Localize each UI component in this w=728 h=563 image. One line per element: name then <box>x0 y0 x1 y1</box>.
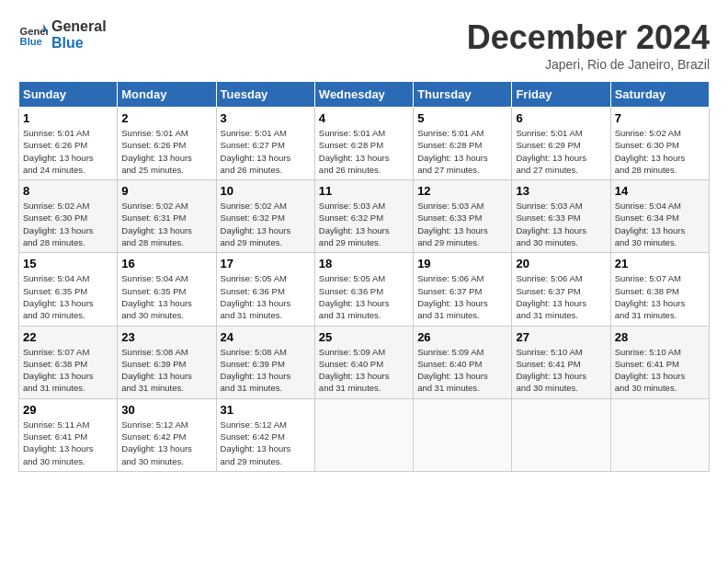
day-number: 6 <box>516 111 606 125</box>
calendar-cell: 21Sunrise: 5:07 AMSunset: 6:38 PMDayligh… <box>610 253 709 326</box>
day-info: Sunrise: 5:10 AMSunset: 6:41 PMDaylight:… <box>516 346 606 395</box>
day-number: 8 <box>23 184 113 198</box>
day-number: 28 <box>615 330 705 344</box>
day-info: Sunrise: 5:01 AMSunset: 6:26 PMDaylight:… <box>121 127 211 176</box>
day-info: Sunrise: 5:06 AMSunset: 6:37 PMDaylight:… <box>417 272 507 321</box>
day-number: 19 <box>417 257 507 270</box>
calendar-cell: 25Sunrise: 5:09 AMSunset: 6:40 PMDayligh… <box>314 326 413 398</box>
day-number: 1 <box>23 111 113 125</box>
day-number: 14 <box>615 184 705 198</box>
calendar-cell <box>610 398 709 471</box>
calendar-cell: 3Sunrise: 5:01 AMSunset: 6:27 PMDaylight… <box>216 108 314 180</box>
calendar-cell: 12Sunrise: 5:03 AMSunset: 6:33 PMDayligh… <box>414 180 512 253</box>
day-info: Sunrise: 5:06 AMSunset: 6:37 PMDaylight:… <box>516 272 606 321</box>
day-number: 18 <box>319 257 409 270</box>
calendar-week-3: 15Sunrise: 5:04 AMSunset: 6:35 PMDayligh… <box>19 253 710 326</box>
calendar-cell <box>512 398 610 471</box>
day-number: 23 <box>121 330 211 344</box>
day-info: Sunrise: 5:08 AMSunset: 6:39 PMDaylight:… <box>121 346 211 395</box>
day-number: 7 <box>615 111 705 125</box>
day-number: 12 <box>417 184 507 198</box>
day-info: Sunrise: 5:04 AMSunset: 6:35 PMDaylight:… <box>23 272 113 321</box>
day-number: 27 <box>516 330 606 344</box>
day-info: Sunrise: 5:03 AMSunset: 6:33 PMDaylight:… <box>516 200 606 248</box>
day-number: 22 <box>23 330 113 344</box>
day-info: Sunrise: 5:08 AMSunset: 6:39 PMDaylight:… <box>221 346 311 395</box>
day-info: Sunrise: 5:02 AMSunset: 6:30 PMDaylight:… <box>23 200 113 248</box>
day-info: Sunrise: 5:07 AMSunset: 6:38 PMDaylight:… <box>23 346 113 395</box>
calendar-cell: 14Sunrise: 5:04 AMSunset: 6:34 PMDayligh… <box>610 180 709 253</box>
day-number: 17 <box>221 257 311 270</box>
calendar-cell: 28Sunrise: 5:10 AMSunset: 6:41 PMDayligh… <box>610 326 709 398</box>
location-subtitle: Japeri, Rio de Janeiro, Brazil <box>467 57 710 72</box>
day-info: Sunrise: 5:01 AMSunset: 6:29 PMDaylight:… <box>516 127 606 176</box>
calendar-table: SundayMondayTuesdayWednesdayThursdayFrid… <box>18 81 710 472</box>
day-number: 4 <box>319 111 409 125</box>
calendar-cell: 7Sunrise: 5:02 AMSunset: 6:30 PMDaylight… <box>610 108 709 180</box>
day-number: 30 <box>121 403 211 417</box>
calendar-cell: 23Sunrise: 5:08 AMSunset: 6:39 PMDayligh… <box>118 326 216 398</box>
calendar-cell: 2Sunrise: 5:01 AMSunset: 6:26 PMDaylight… <box>118 108 216 180</box>
logo-blue: Blue <box>51 35 107 52</box>
calendar-week-4: 22Sunrise: 5:07 AMSunset: 6:38 PMDayligh… <box>19 326 710 398</box>
day-info: Sunrise: 5:04 AMSunset: 6:35 PMDaylight:… <box>121 272 211 321</box>
day-number: 15 <box>23 257 113 270</box>
day-number: 10 <box>221 184 311 198</box>
day-info: Sunrise: 5:05 AMSunset: 6:36 PMDaylight:… <box>319 272 409 321</box>
day-info: Sunrise: 5:01 AMSunset: 6:26 PMDaylight:… <box>23 127 113 176</box>
day-info: Sunrise: 5:10 AMSunset: 6:41 PMDaylight:… <box>615 346 705 395</box>
calendar-week-1: 1Sunrise: 5:01 AMSunset: 6:26 PMDaylight… <box>19 108 710 180</box>
calendar-cell: 4Sunrise: 5:01 AMSunset: 6:28 PMDaylight… <box>314 108 413 180</box>
calendar-cell: 19Sunrise: 5:06 AMSunset: 6:37 PMDayligh… <box>414 253 512 326</box>
calendar-cell: 29Sunrise: 5:11 AMSunset: 6:41 PMDayligh… <box>19 398 118 471</box>
col-header-friday: Friday <box>512 82 610 108</box>
calendar-cell: 26Sunrise: 5:09 AMSunset: 6:40 PMDayligh… <box>414 326 512 398</box>
day-number: 20 <box>516 257 606 270</box>
day-info: Sunrise: 5:05 AMSunset: 6:36 PMDaylight:… <box>221 272 311 321</box>
day-info: Sunrise: 5:12 AMSunset: 6:42 PMDaylight:… <box>221 419 311 467</box>
calendar-cell: 13Sunrise: 5:03 AMSunset: 6:33 PMDayligh… <box>512 180 610 253</box>
day-number: 31 <box>221 403 311 417</box>
day-number: 2 <box>121 111 211 125</box>
calendar-cell: 30Sunrise: 5:12 AMSunset: 6:42 PMDayligh… <box>118 398 216 471</box>
calendar-cell: 27Sunrise: 5:10 AMSunset: 6:41 PMDayligh… <box>512 326 610 398</box>
day-number: 16 <box>121 257 211 270</box>
day-number: 29 <box>23 403 113 417</box>
calendar-cell: 17Sunrise: 5:05 AMSunset: 6:36 PMDayligh… <box>216 253 314 326</box>
day-number: 25 <box>319 330 409 344</box>
day-info: Sunrise: 5:02 AMSunset: 6:31 PMDaylight:… <box>121 200 211 248</box>
calendar-cell: 16Sunrise: 5:04 AMSunset: 6:35 PMDayligh… <box>118 253 216 326</box>
day-info: Sunrise: 5:11 AMSunset: 6:41 PMDaylight:… <box>23 419 113 467</box>
month-title: December 2024 <box>467 18 710 57</box>
day-info: Sunrise: 5:07 AMSunset: 6:38 PMDaylight:… <box>615 272 705 321</box>
calendar-week-2: 8Sunrise: 5:02 AMSunset: 6:30 PMDaylight… <box>19 180 710 253</box>
day-info: Sunrise: 5:02 AMSunset: 6:30 PMDaylight:… <box>615 127 705 176</box>
day-info: Sunrise: 5:09 AMSunset: 6:40 PMDaylight:… <box>417 346 507 395</box>
calendar-week-5: 29Sunrise: 5:11 AMSunset: 6:41 PMDayligh… <box>19 398 710 471</box>
day-info: Sunrise: 5:03 AMSunset: 6:32 PMDaylight:… <box>319 200 409 248</box>
col-header-sunday: Sunday <box>19 82 118 108</box>
day-number: 5 <box>417 111 507 125</box>
title-area: December 2024 Japeri, Rio de Janeiro, Br… <box>467 18 710 72</box>
day-number: 13 <box>516 184 606 198</box>
day-info: Sunrise: 5:04 AMSunset: 6:34 PMDaylight:… <box>615 200 705 248</box>
day-number: 21 <box>615 257 705 270</box>
day-info: Sunrise: 5:12 AMSunset: 6:42 PMDaylight:… <box>121 419 211 467</box>
day-info: Sunrise: 5:09 AMSunset: 6:40 PMDaylight:… <box>319 346 409 395</box>
calendar-cell: 6Sunrise: 5:01 AMSunset: 6:29 PMDaylight… <box>512 108 610 180</box>
day-number: 11 <box>319 184 409 198</box>
day-number: 9 <box>121 184 211 198</box>
calendar-cell: 18Sunrise: 5:05 AMSunset: 6:36 PMDayligh… <box>314 253 413 326</box>
calendar-cell: 24Sunrise: 5:08 AMSunset: 6:39 PMDayligh… <box>216 326 314 398</box>
day-number: 24 <box>221 330 311 344</box>
col-header-tuesday: Tuesday <box>216 82 314 108</box>
logo-icon: General Blue <box>18 20 48 50</box>
calendar-cell: 20Sunrise: 5:06 AMSunset: 6:37 PMDayligh… <box>512 253 610 326</box>
day-info: Sunrise: 5:02 AMSunset: 6:32 PMDaylight:… <box>221 200 311 248</box>
calendar-cell <box>314 398 413 471</box>
calendar-cell: 31Sunrise: 5:12 AMSunset: 6:42 PMDayligh… <box>216 398 314 471</box>
calendar-cell: 9Sunrise: 5:02 AMSunset: 6:31 PMDaylight… <box>118 180 216 253</box>
day-number: 3 <box>221 111 311 125</box>
day-info: Sunrise: 5:01 AMSunset: 6:28 PMDaylight:… <box>417 127 507 176</box>
logo-general: General <box>51 18 107 35</box>
